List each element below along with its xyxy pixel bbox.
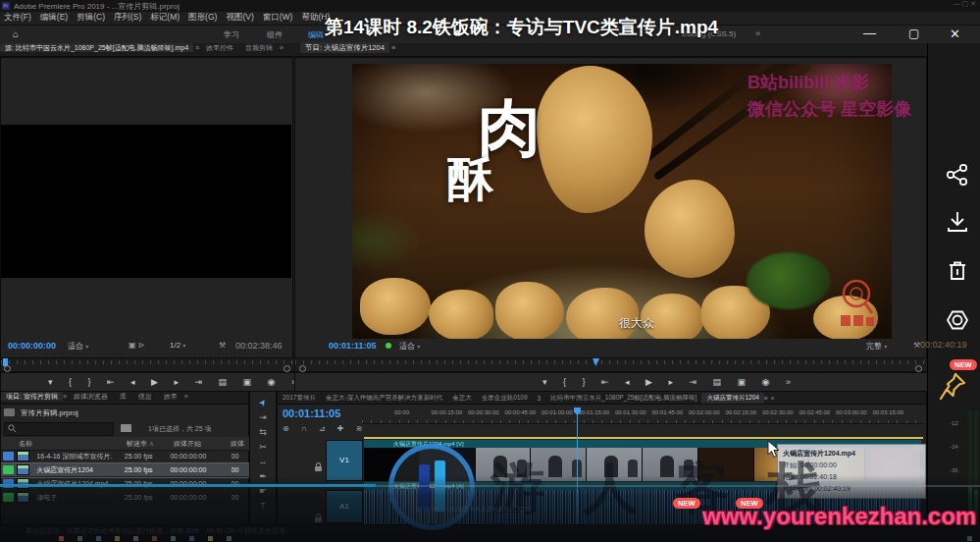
slip-tool[interactable]: ↔ [259,457,268,466]
selection-tool[interactable]: ➤ [257,397,270,408]
workspace-tab-learn[interactable]: 学习 [224,29,239,40]
record-button[interactable] [945,307,970,333]
search-input[interactable] [4,422,114,436]
source-monitor-tab[interactable]: 源: 比特市中国云水片_1080P_25帧[适配电.脑流畅降噪].mp4 [0,43,193,52]
menu-marker[interactable]: 标记(M) [150,12,180,22]
window-maximize-button[interactable]: ▢ [908,27,919,40]
timeline-ruler[interactable]: 00:00 00:00:15:00 00:00:30:00 00:00:45:0… [362,409,923,424]
v1-lock-icon[interactable] [315,466,322,471]
label-color-chip[interactable] [3,465,14,474]
program-fit-dropdown[interactable]: 适合 ▾ [399,341,420,352]
column-fps[interactable]: 帧速率 ∧ [127,439,174,449]
sequence-tab[interactable]: 3 [533,394,546,403]
program-scrubber[interactable] [295,357,928,372]
menu-graphics[interactable]: 图形(G) [188,12,217,22]
panel-menu-icon[interactable]: ≡ [391,43,395,52]
project-row[interactable]: 16-4-16 深阳城市宣传片. 25.00 fps 00:00:00:00 0… [1,450,250,463]
sequence-tab[interactable]: 全发企业轨0109 [477,393,533,404]
program-playhead[interactable] [593,358,599,366]
audio-mixer-tab[interactable]: 音频剪辑 [240,43,278,52]
taskbar-icon[interactable] [115,536,120,541]
taskbar-icon[interactable] [171,536,176,541]
scrollbar-dot-right[interactable] [284,365,290,372]
program-resolution-dropdown[interactable]: 完整 ▾ [866,341,887,352]
fried-meat-piece [360,278,431,335]
sequence-tab[interactable]: 金正大 [447,393,477,404]
taskbar-icon[interactable] [133,536,138,541]
os-taskbar[interactable] [0,534,980,542]
source-settings-icons[interactable]: ▣ ⊳ [129,341,144,350]
left-monitor-tabbar: 源: 比特市中国云水片_1080P_25帧[适配电.脑流畅降噪].mp4 ≡ 效… [0,43,293,57]
taskbar-icon[interactable] [59,536,64,541]
taskbar-icon[interactable] [77,536,82,541]
workspace-overflow-icon[interactable]: » [755,28,760,38]
label-color-chip[interactable] [3,452,14,461]
source-transport-icons[interactable]: ▾ { } ⇤ ◂ ▶ ▸ ⇥ ▤ ▣ ◉ » + [48,377,325,387]
source-scrubber[interactable] [1,357,294,372]
menu-edit[interactable]: 编辑(E) [40,12,68,22]
workspace-tab-edit[interactable]: 编辑 [308,29,324,40]
workspace-tab-assembly[interactable]: 组件 [267,29,283,40]
column-name[interactable]: 名称 [19,439,127,449]
track-select-tool[interactable]: ⇥ [259,412,267,422]
column-media-end[interactable]: 媒体 [231,439,248,449]
source-resolution-dropdown[interactable]: 1/2 ▾ [170,341,185,350]
project-table-header: 名称 帧速率 ∧ 媒体开始 媒体 [1,437,250,451]
source-fit-dropdown[interactable]: 适合 ▾ [68,341,88,352]
tab-overflow-icon[interactable]: » [184,393,188,400]
scrollbar-dot-left[interactable] [4,365,11,372]
taskbar-tray-icon[interactable] [967,536,972,541]
panel-menu-icon[interactable]: ≡ [195,44,199,51]
razor-tool[interactable]: ✂ [259,442,267,452]
source-transport-row[interactable]: ▾ { } ⇤ ◂ ▶ ▸ ⇥ ▤ ▣ ◉ » + [1,372,294,393]
trash-button[interactable] [945,258,970,284]
sequence-tab[interactable]: 金正大-深入作物高产营养解决方案新时代 [321,393,447,404]
taskbar-icon[interactable] [96,536,101,541]
info-tab[interactable]: 信息 [133,392,157,401]
home-icon[interactable]: ⌂ [13,28,19,39]
program-timecode: 00:01:11:05 [329,341,377,351]
menu-clip[interactable]: 剪辑(C) [77,12,105,22]
libraries-tab[interactable]: 库 [115,392,131,401]
scrollbar-dot-right[interactable] [915,365,922,372]
column-media-start[interactable]: 媒体开始 [174,439,231,449]
row-start: 00:00:00:00 [170,453,231,460]
download-button[interactable] [945,209,970,235]
wrench-icon[interactable]: ⚒ [219,341,226,350]
window-titlebar: Pr Adobe Premiere Pro 2019 - ...宣传片剪辑.pr… [0,0,980,12]
breadcrumb[interactable]: 宣传片剪辑.prproj [21,408,78,418]
taskbar-icon[interactable] [227,536,232,541]
media-browser-tab[interactable]: 媒体浏览器 [69,392,113,401]
scrollbar-dot-left[interactable] [299,365,306,372]
tab-overflow-icon[interactable]: » [771,395,775,402]
sequence-tab-active[interactable]: 火锅店宣传片1204 [701,393,763,404]
panel-menu-icon[interactable]: ≡ [63,393,67,400]
menu-file[interactable]: 文件(F) [4,12,31,22]
sequence-tab[interactable]: 2017宣传片 [278,393,321,404]
menu-view[interactable]: 视图(V) [226,12,253,22]
taskbar-icon[interactable] [152,536,157,541]
program-transport-row[interactable]: ▾ { } ⇤ ◂ ▶ ▸ ⇥ ▤ ▣ ◉ » [295,372,928,393]
effect-controls-tab[interactable]: 效果控件 [201,43,238,52]
program-transport-icons[interactable]: ▾ { } ⇤ ◂ ▶ ▸ ⇥ ▤ ▣ ◉ » [542,377,798,387]
ruler-label: 00:00:30:00 [468,409,505,423]
window-minimize-button[interactable]: — [863,26,876,40]
taskbar-icon[interactable] [189,536,194,541]
taskbar-icon[interactable] [208,536,213,541]
effects-tab[interactable]: 效果 [159,392,182,401]
tab-overflow-icon[interactable]: » [280,44,284,51]
window-close-button[interactable]: ✕ [950,27,960,41]
share-button[interactable] [945,162,970,188]
menu-window[interactable]: 窗口(W) [263,12,293,22]
menu-sequence[interactable]: 序列(S) [114,12,141,22]
titlebar-window-buttons[interactable]: — ▢ ✕ [954,0,976,8]
panel-menu-icon[interactable]: ≡ [764,395,768,402]
new-bin-folder-icon[interactable] [121,424,131,432]
project-tab[interactable]: 项目: 宣传片剪辑 [1,392,63,401]
sequence-tab[interactable]: 比特市中国云水片_1080P_25帧[适配电.脑流畅降噪] [545,393,701,404]
ripple-edit-tool[interactable]: ⇆ [259,427,267,437]
timeline-toolbar-icons[interactable]: ⊕ ∩ ⊿ ✚ ≋ [283,424,367,433]
program-controls-row: 00:01:11:05 适合 ▾ 完整 ▾ ⚒ [295,338,928,353]
program-monitor-tab[interactable]: 节目: 火锅店宣传片1204 [300,42,389,53]
pin-button[interactable] [938,371,967,403]
